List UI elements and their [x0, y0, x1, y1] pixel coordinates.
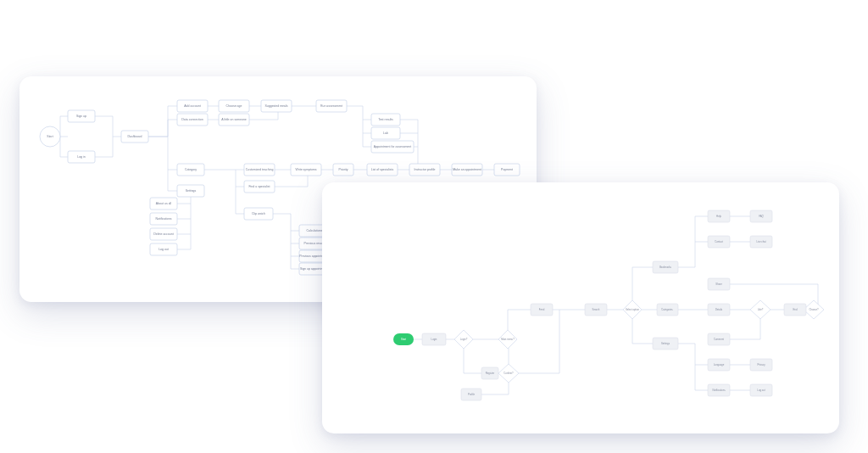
svg-text:Login: Login	[431, 338, 437, 341]
svg-text:Data connection: Data connection	[181, 118, 203, 121]
svg-text:Profile: Profile	[468, 393, 475, 396]
svg-text:Settings: Settings	[186, 189, 197, 193]
svg-text:Payment: Payment	[501, 168, 513, 171]
svg-text:Details: Details	[715, 308, 723, 311]
node-b-search: Search	[585, 304, 607, 316]
node-appt-assess: Appointment for assessment	[371, 141, 414, 153]
svg-text:Start: Start	[47, 135, 53, 138]
svg-text:Run assessment: Run assessment	[320, 104, 342, 108]
svg-text:Select option: Select option	[626, 308, 640, 311]
svg-text:Feed: Feed	[539, 308, 545, 311]
node-settings: Settings	[177, 185, 204, 197]
svg-text:List of specialists: List of specialists	[371, 168, 394, 171]
node-b-help: Help	[708, 210, 730, 222]
node-b-dcat: Choose?	[804, 300, 824, 319]
svg-text:Category: Category	[185, 168, 197, 171]
node-add-account: Add account	[177, 100, 208, 112]
node-b-login: Login	[422, 333, 446, 345]
svg-text:Help: Help	[716, 215, 721, 218]
node-b-settings: Settings	[653, 338, 678, 350]
node-log-in: Log in	[68, 151, 95, 163]
svg-text:Comment: Comment	[714, 338, 724, 341]
svg-text:Instructor profile: Instructor profile	[414, 168, 435, 171]
svg-text:A little on someone: A little on someone	[221, 118, 247, 121]
svg-text:Share: Share	[715, 282, 722, 286]
svg-text:Notifications: Notifications	[155, 217, 171, 221]
node-suggested: Suggested meals	[261, 100, 292, 112]
node-about-us: About us all	[150, 198, 177, 210]
svg-text:Log out: Log out	[757, 389, 765, 392]
node-b-privacy: Privacy	[750, 359, 772, 371]
node-b-bookmarks: Bookmarks	[653, 261, 678, 273]
node-choose-age: Choose age	[219, 100, 249, 112]
node-b-dconfirm: Confirm?	[498, 364, 519, 383]
svg-text:Log out: Log out	[159, 248, 169, 251]
node-b-dmain: Main menu?	[498, 330, 517, 349]
svg-text:Language: Language	[714, 363, 725, 366]
node-run-assess: Run assessment	[316, 100, 347, 112]
node-b-lang: Language	[708, 359, 730, 371]
svg-text:Login?: Login?	[460, 338, 468, 341]
svg-text:Choose?: Choose?	[809, 308, 819, 311]
svg-text:Settings: Settings	[661, 342, 670, 345]
flowchart-bottom-svg: Start Login Login? Register Confirm? Pro…	[322, 182, 839, 433]
svg-text:End: End	[793, 308, 798, 311]
node-instructor: Instructor profile	[409, 164, 440, 176]
svg-text:Make an appointment: Make an appointment	[453, 168, 481, 171]
svg-text:Choose age: Choose age	[226, 104, 242, 108]
node-customized: Customized teaching	[244, 164, 275, 176]
svg-text:Start: Start	[401, 338, 406, 341]
svg-text:Priority: Priority	[339, 168, 348, 171]
svg-text:Bookmarks: Bookmarks	[659, 266, 672, 269]
svg-text:Notifications: Notifications	[712, 389, 726, 392]
node-b-dselect: Select option	[623, 300, 642, 319]
node-b-faq: FAQ	[750, 210, 772, 222]
node-lab: Lab	[371, 127, 400, 139]
svg-text:Dashboard: Dashboard	[127, 135, 142, 138]
node-make-appt: Make an appointment	[452, 164, 482, 176]
svg-text:Confirm?: Confirm?	[504, 372, 514, 375]
flowchart-panel-bottom: Start Login Login? Register Confirm? Pro…	[322, 182, 839, 433]
node-notifications: Notifications	[150, 213, 177, 225]
svg-text:Live chat: Live chat	[756, 240, 765, 243]
svg-text:Add account: Add account	[184, 104, 200, 108]
svg-text:Main menu?: Main menu?	[501, 338, 515, 341]
node-b-share: Share	[708, 278, 730, 290]
node-b-dlogin: Login?	[454, 330, 473, 349]
node-b-notif: Notifications	[708, 384, 730, 396]
svg-text:Write symptoms: Write symptoms	[295, 168, 316, 171]
node-priority: Priority	[333, 164, 353, 176]
node-b-profile: Profile	[461, 389, 481, 400]
node-delete-acc: Delete account	[150, 228, 177, 240]
svg-text:Register: Register	[486, 372, 494, 375]
node-b-feed: Feed	[531, 304, 553, 316]
svg-text:Categories: Categories	[661, 308, 673, 311]
node-payment: Payment	[494, 164, 520, 176]
node-b-categories: Categories	[657, 304, 678, 316]
svg-text:Calculations: Calculations	[306, 229, 322, 232]
svg-text:Like?: Like?	[758, 308, 764, 311]
svg-text:Contact: Contact	[715, 240, 723, 243]
node-log-out: Log out	[150, 243, 177, 255]
node-b-comment: Comment	[708, 333, 730, 345]
svg-text:Clip watch: Clip watch	[252, 212, 265, 215]
svg-text:Customized teaching: Customized teaching	[246, 168, 274, 171]
svg-text:Delete account: Delete account	[153, 232, 173, 236]
svg-text:Log in: Log in	[77, 155, 86, 159]
svg-text:Search: Search	[593, 308, 600, 311]
node-sign-up: Sign up	[68, 110, 95, 122]
svg-text:Test results: Test results	[378, 118, 393, 121]
node-extra-svc: A little on someone	[219, 114, 249, 126]
node-b-details: Details	[708, 304, 730, 316]
node-dashboard: Dashboard	[121, 131, 148, 143]
node-data: Data connection	[177, 114, 208, 126]
svg-text:About us all: About us all	[156, 202, 172, 205]
node-find-spec: Find a specialist	[244, 181, 275, 193]
diagram-stage: Start Sign up Log in Dashboard Add accou…	[0, 0, 868, 453]
node-b-chat: Live chat	[750, 236, 772, 248]
node-write-sym: Write symptoms	[291, 164, 321, 176]
node-categs: Category	[177, 164, 204, 176]
node-b-logout: Log out	[750, 384, 772, 396]
node-test-results: Test results	[371, 114, 400, 126]
node-start: Start	[40, 126, 60, 147]
